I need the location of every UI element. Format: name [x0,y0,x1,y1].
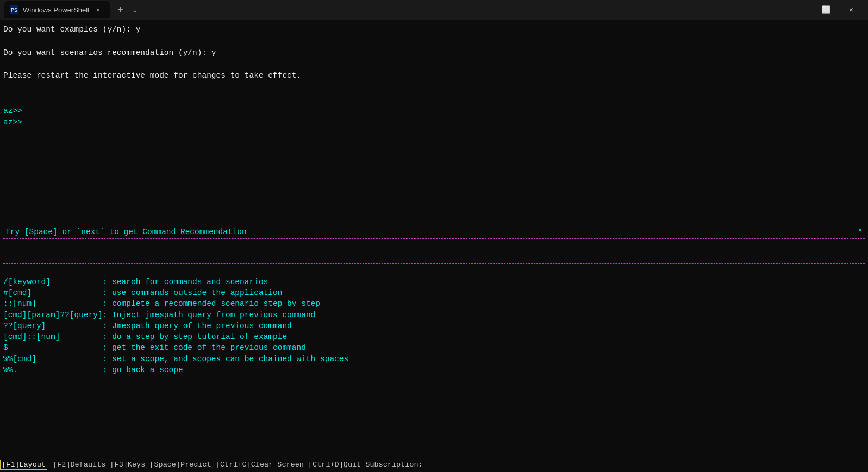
line-examples: Do you want examples (y/n): y [3,24,865,35]
prompt-2: az>> [3,117,865,128]
empty-line-7 [3,152,865,164]
empty-line-1 [3,35,865,47]
help-line-8: %%[cmd] : set a scope, and scopes can be… [3,354,865,364]
help-line-7: $ : get the exit code of the previous co… [3,342,865,353]
svg-text:PS: PS [11,8,17,14]
help-line-4: [cmd][param]??[query]: Inject jmespath q… [3,310,865,320]
empty-line-9 [3,177,865,188]
help-line-6: [cmd]::[num] : do a step by step tutoria… [3,331,865,342]
help-line-3: ::[num] : complete a recommended scenari… [3,298,865,309]
terminal-area[interactable]: Do you want examples (y/n): y Do you wan… [0,20,868,457]
prompt-1: az>> [3,105,865,116]
empty-section-2 [3,251,865,263]
statusbar-rest: [F2]Defaults [F3]Keys [Space]Predict [Ct… [48,461,423,469]
window-controls: — ⬜ ✕ [789,1,864,18]
line-restart: Please restart the interactive mode for … [3,70,865,81]
minimize-button[interactable]: — [789,1,814,18]
f1-layout-key[interactable]: [F1]Layout [0,460,47,470]
recommend-star: * [858,226,863,237]
empty-line-11 [3,200,865,212]
help-line-5: ??[query] : Jmespath query of the previo… [3,320,865,331]
empty-line-8 [3,164,865,176]
recommend-bar: Try [Space] or `next` to get Command Rec… [3,225,865,238]
empty-line-4 [3,93,865,105]
titlebar: PS Windows PowerShell ✕ + ⌄ — ⬜ ✕ [0,0,868,20]
empty-line-12 [3,213,865,225]
empty-line-3 [3,81,865,93]
empty-after-sep [3,264,865,276]
line-scenarios: Do you want scenarios recommendation (y/… [3,47,865,58]
empty-line-5 [3,128,865,140]
close-button[interactable]: ✕ [839,1,864,18]
terminal-output: Do you want examples (y/n): y Do you wan… [3,24,865,457]
statusbar: [F1]Layout [F2]Defaults [F3]Keys [Space]… [0,457,868,472]
terminal-tab[interactable]: PS Windows PowerShell ✕ [4,1,110,18]
empty-section-1 [3,239,865,251]
help-line-2: #[cmd] : use commands outside the applic… [3,287,865,298]
recommend-text: Try [Space] or `next` to get Command Rec… [5,226,247,237]
tab-dropdown-button[interactable]: ⌄ [131,6,139,14]
tab-label: Windows PowerShell [23,6,89,14]
help-line-1: /[keyword] : search for commands and sce… [3,276,865,287]
tab-close-button[interactable]: ✕ [93,5,102,14]
empty-line-2 [3,58,865,70]
empty-line-6 [3,140,865,152]
help-line-9: %%. : go back a scope [3,364,865,375]
maximize-button[interactable]: ⬜ [814,1,839,18]
empty-line-10 [3,188,865,200]
new-tab-button[interactable]: + [114,4,127,16]
powershell-icon: PS [10,5,18,14]
